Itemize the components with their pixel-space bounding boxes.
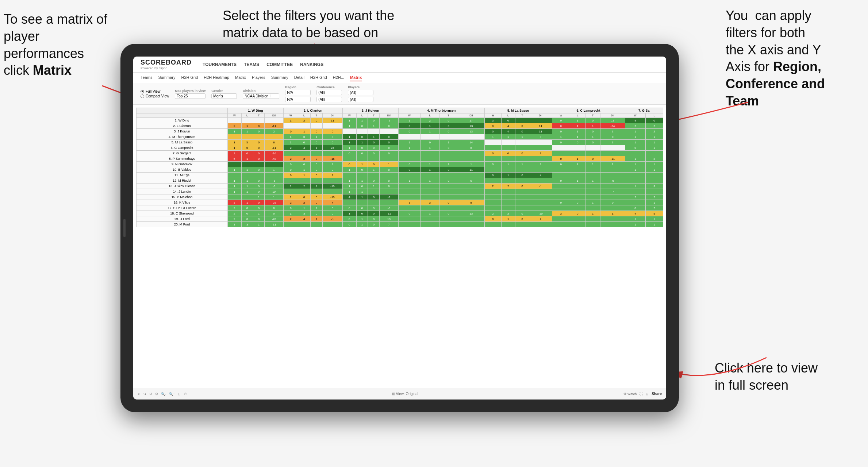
table-row: 20. M Ford 331-11 0107 11: [137, 222, 663, 227]
undo-icon[interactable]: ↩: [138, 392, 141, 396]
th-l6: L: [570, 113, 585, 118]
reset-icon[interactable]: ⊡: [178, 392, 181, 396]
th-w3: W: [342, 113, 356, 118]
sub-nav-matrix-left[interactable]: Matrix: [235, 74, 246, 81]
row-label: 18. C Sherwood: [137, 211, 228, 216]
nav-committee[interactable]: COMMITTEE: [266, 61, 293, 69]
region-select-top[interactable]: N/A: [285, 90, 311, 95]
compact-view-radio[interactable]: Compact View: [141, 94, 169, 98]
sub-nav-players[interactable]: Players: [252, 74, 265, 81]
row-label: 16. K Vilips: [137, 200, 228, 205]
th-l2: L: [298, 113, 310, 118]
row-label: 14. J Lundin: [137, 189, 228, 194]
annotation-top-left: To see a matrix of player performances c…: [4, 11, 120, 79]
th-col2: 2. L Clanton: [283, 108, 342, 113]
sub-nav-h2h-heatmap[interactable]: H2H Heatmap: [204, 74, 229, 81]
table-row: 1. W Ding 12011 110-2 12017 30 01013 90: [137, 118, 663, 123]
conference-select-bottom[interactable]: (All): [316, 97, 342, 102]
sub-nav-detail[interactable]: Detail: [294, 74, 304, 81]
row-label: 5. M La Sasso: [137, 140, 228, 145]
th-w7: W: [625, 113, 646, 118]
annotation-top-right: You can apply filters for both the X axi…: [726, 7, 857, 110]
settings-icon[interactable]: ⚙: [155, 392, 158, 396]
table-row: 8. P Summerhays 510-48 220-16 010-11 12: [137, 156, 663, 162]
th-w5: W: [484, 113, 501, 118]
compact-view-label: Compact View: [146, 94, 169, 98]
view-original-label[interactable]: ⊞ View: Original: [392, 392, 418, 396]
tablet-screen: SCOREBOARD Powered by clippd TOURNAMENTS…: [133, 57, 666, 400]
th-t3: T: [368, 113, 380, 118]
table-row: 10. B Valdes 1101 0100 1010 01011 11: [137, 167, 663, 173]
nav-rankings[interactable]: RANKINGS: [300, 61, 323, 69]
sub-nav-h2h-grid[interactable]: H2H Grid: [181, 74, 198, 81]
th-col7: 7. G Sa: [625, 108, 663, 113]
app-logo-title: SCOREBOARD: [141, 59, 192, 66]
share-button[interactable]: Share: [652, 392, 662, 396]
players-select-bottom[interactable]: (All): [348, 97, 373, 102]
full-view-dot: [141, 90, 144, 93]
refresh-icon[interactable]: ↺: [149, 392, 152, 396]
fullscreen-button[interactable]: ⛶: [640, 392, 643, 396]
nav-tournaments[interactable]: TOURNAMENTS: [203, 61, 237, 69]
th-col6: 6. C Lamprecht: [552, 108, 625, 113]
matrix-container[interactable]: 1. W Ding 2. L Clanton 3. J Koivun 4. M …: [133, 105, 666, 400]
th-t6: T: [585, 113, 600, 118]
division-filter: Division NCAA Division I: [243, 89, 279, 99]
players-label: Players: [348, 85, 373, 89]
table-row: 14. J Lundin 11010 11 -7: [137, 189, 663, 194]
nav-teams[interactable]: TEAMS: [244, 61, 259, 69]
row-label: 2. L Clanton: [137, 123, 228, 129]
bottom-bar-left: ↩ ↪ ↺ ⚙ 🔍- 🔍+ ⊡ ⏱: [138, 392, 187, 396]
app-nav: TOURNAMENTS TEAMS COMMITTEE RANKINGS: [203, 61, 323, 69]
division-label: Division: [243, 89, 279, 93]
full-view-radio[interactable]: Full View: [141, 89, 169, 93]
conference-filter: Conference (All) (All): [316, 85, 342, 102]
region-select-bottom[interactable]: N/A: [285, 97, 311, 102]
redo-icon[interactable]: ↪: [143, 392, 146, 396]
th-l5: L: [501, 113, 515, 118]
grid-icon[interactable]: ⊞: [646, 392, 649, 396]
filter-bar: Full View Compact View Max players in vi…: [133, 83, 666, 105]
table-row: 17. S De La Fuente 2000 0110 000-8 02: [137, 205, 663, 211]
table-row: 4. M Thorbjornsen 1010 1010 1110 1110 11: [137, 134, 663, 140]
th-d6: Dif: [600, 113, 625, 118]
sub-nav-teams[interactable]: Teams: [141, 74, 152, 81]
th-w1: W: [227, 113, 241, 118]
table-row: 18. C Sherwood 2010 1300 100-11 01013 22…: [137, 211, 663, 216]
sub-nav-h2h2[interactable]: H2H...: [333, 74, 344, 81]
app-logo-sub: Powered by clippd: [141, 66, 192, 70]
division-select[interactable]: NCAA Division I: [243, 93, 279, 99]
row-label: 19. D Ford: [137, 216, 228, 222]
table-row: 12. M Riedel 110-6 1100 1100 011-6: [137, 178, 663, 184]
sub-nav: Teams Summary H2H Grid H2H Heatmap Matri…: [133, 73, 666, 83]
max-players-select[interactable]: Top 25: [175, 93, 206, 99]
table-row: 2. L Clanton 210-11 1010 01013 04011 011…: [137, 123, 663, 129]
view-toggle: Full View Compact View: [141, 89, 169, 98]
zoom-minus-icon[interactable]: 🔍-: [161, 392, 166, 396]
compact-view-dot: [141, 94, 144, 98]
th-t1: T: [253, 113, 265, 118]
th-t2: T: [310, 113, 323, 118]
max-players-filter: Max players in view Top 25: [175, 89, 206, 99]
gender-select[interactable]: Men's: [211, 93, 237, 99]
row-label: 3. J Koivun: [137, 129, 228, 134]
annotation-bottom-right: Click here to view in full screen: [715, 360, 839, 394]
th-w4: W: [398, 113, 420, 118]
sub-nav-summary[interactable]: Summary: [158, 74, 175, 81]
watch-button[interactable]: 👁 Watch: [623, 392, 637, 396]
table-row: 7. G Sargent 200-16 0000 0003: [137, 151, 663, 156]
timer-icon[interactable]: ⏱: [184, 392, 187, 396]
sub-nav-matrix-active[interactable]: Matrix: [350, 74, 362, 81]
table-row: 19. D Ford 200-20 241-1 01013 0107 11: [137, 216, 663, 222]
row-label: 15. P Maichon: [137, 194, 228, 200]
gender-label: Gender: [211, 89, 237, 93]
row-label: 9. N Gabrelcik: [137, 162, 228, 167]
conference-select-top[interactable]: (All): [316, 90, 342, 95]
sub-nav-h2h-grid2[interactable]: H2H Grid: [310, 74, 327, 81]
zoom-plus-icon[interactable]: 🔍+: [169, 392, 175, 396]
th-col1: 1. W Ding: [227, 108, 283, 113]
players-filter: Players (All) (All): [348, 85, 373, 102]
th-l4: L: [420, 113, 439, 118]
players-select-top[interactable]: (All): [348, 90, 373, 95]
sub-nav-summary2[interactable]: Summary: [271, 74, 288, 81]
